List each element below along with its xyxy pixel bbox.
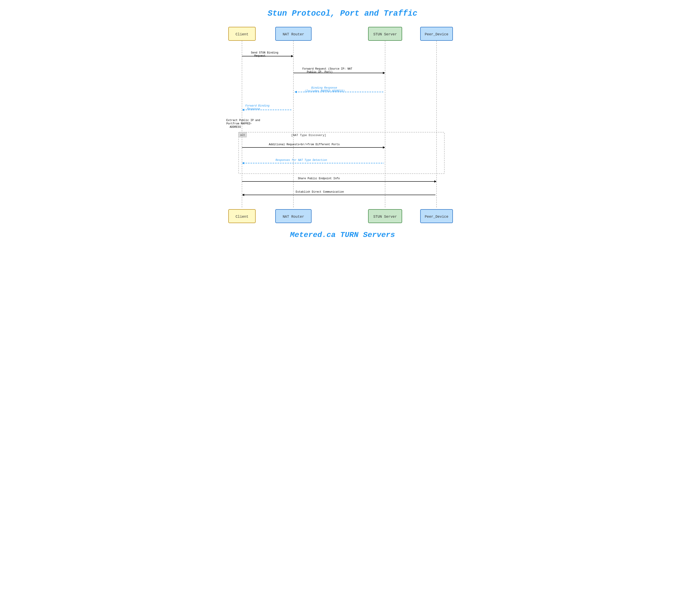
fmsg1-label: Share Public Endpoint Info	[298, 177, 340, 180]
msg4-arrow	[242, 109, 244, 111]
msg2-label2: Public IP, Port)	[307, 70, 333, 74]
alt-guard: [NAT Type Discovery]	[291, 134, 326, 137]
fmsg1-arrow	[434, 180, 436, 182]
peer-top-label: Peer_Device	[425, 32, 449, 37]
peer-bottom-label: Peer_Device	[425, 215, 449, 219]
sequence-diagram: Client NAT Router STUN Server Peer_Devic…	[224, 25, 461, 226]
msg3-label1: Binding Response	[311, 86, 337, 89]
msg4-label2: Response	[247, 107, 260, 111]
msg1-label1: Send STUN Binding	[251, 51, 278, 54]
msg3-arrow	[295, 91, 297, 93]
main-title: Stun Protocol, Port and Traffic	[224, 9, 461, 18]
alt-msg2-arrow	[242, 162, 244, 164]
nat-bottom-label: NAT Router	[282, 215, 304, 219]
msg3-label2: (Includes MAPPED-ADDRESS)	[304, 89, 345, 93]
msg1-label2: Request	[254, 54, 266, 58]
msg2-label1: Forward Request (Source IP: NAT	[302, 67, 352, 70]
msg4-label1: Forward Binding	[245, 104, 270, 107]
alt-msg2-label: Responses for NAT Type Detection	[275, 159, 327, 162]
client-top-label: Client	[235, 32, 249, 37]
stun-bottom-label: STUN Server	[373, 215, 397, 219]
client-bottom-label: Client	[235, 215, 249, 219]
note-label1: Extract Public IP and	[226, 119, 260, 122]
fmsg2-label: Establish Direct Communication	[296, 191, 344, 194]
fmsg2-arrow	[242, 194, 244, 196]
footer-title: Metered.ca TURN Servers	[224, 231, 461, 239]
note-label3: ADDRESS	[230, 126, 241, 129]
alt-label: alt	[240, 134, 245, 137]
stun-top-label: STUN Server	[373, 32, 397, 37]
alt-msg1-arrow	[383, 146, 385, 149]
alt-msg1-label: Additional Requests<br/>from Different P…	[269, 143, 340, 146]
note-label2: Portfrom MAPPED-	[226, 122, 252, 125]
alt-block	[238, 132, 444, 174]
msg1-arrow	[291, 55, 293, 57]
diagram-container: Client NAT Router STUN Server Peer_Devic…	[224, 25, 461, 226]
msg2-arrow	[383, 72, 385, 74]
nat-top-label: NAT Router	[282, 32, 304, 37]
